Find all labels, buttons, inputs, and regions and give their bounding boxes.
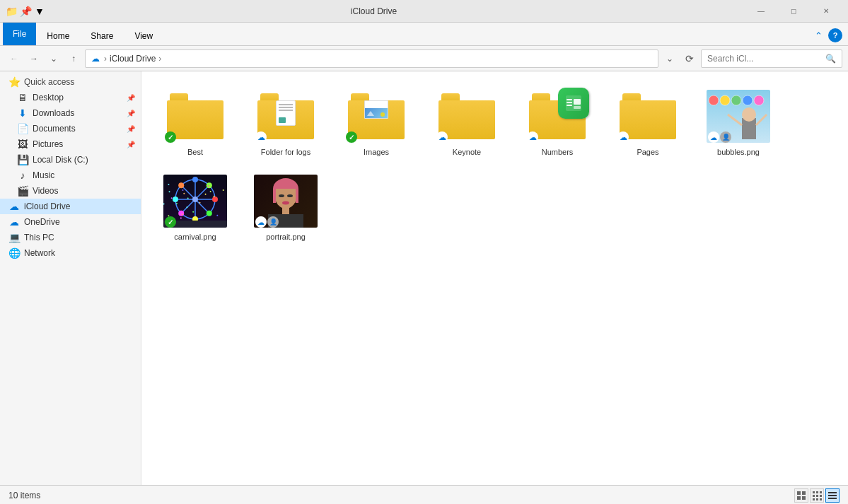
view-btn-details[interactable] (825, 488, 840, 503)
cloud-small-icon: ☁ (529, 133, 537, 142)
file-item-folder-for-logs[interactable]: ☁ Folder for logs (243, 83, 328, 162)
svg-rect-20 (828, 495, 837, 496)
svg-rect-8 (797, 496, 801, 500)
path-arrow2: › (158, 54, 161, 64)
help-button[interactable]: ? (828, 28, 842, 42)
file-item-portrait[interactable]: ☁ 👤 portrait.png (243, 168, 328, 247)
sidebar-item-onedrive[interactable]: ☁ OneDrive (0, 214, 141, 230)
ribbon: File Home Share View ⌃ ? (0, 23, 848, 46)
tab-file[interactable]: File (3, 23, 36, 45)
svg-rect-7 (802, 491, 806, 495)
back-button[interactable]: ← (6, 50, 23, 67)
sidebar-label-quick-access: Quick access (24, 77, 74, 87)
search-input[interactable] (707, 54, 825, 64)
folder-icon-wrapper-numbers: ☁ (525, 88, 589, 144)
sidebar-label-onedrive: OneDrive (24, 217, 60, 227)
forward-button[interactable]: → (25, 50, 42, 67)
view-btn-large-icons[interactable] (794, 488, 808, 503)
icloud-icon: ☁ (8, 201, 20, 212)
svg-rect-3 (567, 105, 572, 106)
minimize-button[interactable]: — (745, 0, 777, 23)
folder-icon-wrapper-pages: ☁ (616, 88, 680, 144)
folder-logs-icon (257, 93, 314, 139)
content-area: ✓ Best (141, 71, 848, 485)
icloud-badge-numbers: ☁ (527, 131, 538, 143)
file-item-pages[interactable]: ☁ Pages (605, 83, 690, 162)
file-grid: ✓ Best (153, 83, 837, 247)
icloud-badge-pages: ☁ (617, 131, 629, 143)
file-item-numbers[interactable]: ☁ Numbers (515, 83, 600, 162)
network-icon: 🌐 (8, 247, 20, 259)
path-cloud-icon: ☁ (91, 54, 100, 64)
path-location: iCloud Drive (110, 54, 156, 64)
tab-home[interactable]: Home (36, 26, 80, 46)
sidebar-label-videos: Videos (33, 186, 58, 196)
folder-keynote-icon (438, 93, 495, 139)
pictures-icon: 🖼 (17, 139, 28, 150)
file-item-bubbles[interactable]: ☁ 👤 bubbles.png (696, 83, 781, 162)
folder-icon-wrapper-images: ✓ (344, 88, 408, 144)
folder-best-icon (167, 93, 223, 139)
file-item-images[interactable]: ✓ Images (334, 83, 419, 162)
folder-numbers-icon (529, 93, 586, 139)
close-button[interactable]: ✕ (810, 0, 842, 23)
up-button[interactable]: ↑ (65, 50, 82, 67)
file-name-carnival: carnival.png (174, 232, 216, 242)
search-box[interactable]: 🔍 (701, 49, 842, 68)
sidebar-label-network: Network (24, 248, 55, 258)
sidebar-item-desktop[interactable]: 🖥 Desktop 📌 (0, 90, 141, 105)
synced-badge-best: ✓ (165, 131, 176, 143)
sidebar-item-pictures[interactable]: 🖼 Pictures 📌 (0, 136, 141, 152)
cloud-small-icon: ☁ (438, 133, 446, 142)
person-badge-portrait: 👤 (267, 216, 279, 228)
sidebar-label-icloud-drive: iCloud Drive (24, 201, 70, 211)
icloud-badge-portrait: ☁ (255, 216, 267, 228)
sidebar-item-music[interactable]: ♪ Music (0, 168, 141, 183)
expand-ribbon-button[interactable]: ⌃ (815, 30, 823, 41)
ribbon-tabs: File Home Share View ⌃ ? (0, 23, 848, 45)
file-item-best[interactable]: ✓ Best (153, 83, 238, 162)
view-btn-small-icons[interactable] (810, 488, 824, 503)
sidebar-item-videos[interactable]: 🎬 Videos (0, 183, 141, 199)
item-count: 10 items (8, 491, 40, 500)
sidebar-item-this-pc[interactable]: 💻 This PC (0, 230, 141, 245)
sidebar-item-documents[interactable]: 📄 Documents 📌 (0, 121, 141, 136)
sidebar-item-network[interactable]: 🌐 Network (0, 245, 141, 261)
sidebar-item-quick-access[interactable]: ⭐ Quick access (0, 74, 141, 90)
refresh-button[interactable]: ⟳ (681, 50, 698, 67)
folder-icon-wrapper-logs: ☁ (254, 88, 318, 144)
tab-share[interactable]: Share (80, 26, 124, 46)
file-item-keynote[interactable]: ☁ Keynote (424, 83, 509, 162)
window-title: iCloud Drive (3, 6, 745, 16)
file-name-bubbles: bubbles.png (717, 147, 760, 157)
address-dropdown-button[interactable]: ⌄ (661, 50, 678, 67)
svg-rect-16 (813, 498, 815, 500)
downloads-icon: ⬇ (17, 107, 28, 119)
tab-view[interactable]: View (124, 26, 163, 46)
dual-badge-bubbles: ☁ 👤 (708, 131, 731, 143)
svg-rect-6 (797, 491, 801, 495)
file-name-keynote: Keynote (453, 147, 481, 157)
thumb-wrapper-portrait: ☁ 👤 (254, 172, 318, 229)
svg-rect-19 (828, 492, 837, 493)
folder-pages-icon (620, 93, 676, 139)
folder-body (438, 100, 495, 139)
disk-icon: 💾 (17, 154, 28, 165)
file-name-best: Best (187, 147, 203, 157)
sidebar-item-local-disk[interactable]: 💾 Local Disk (C:) (0, 152, 141, 168)
svg-rect-5 (574, 106, 581, 109)
sidebar-item-icloud-drive[interactable]: ☁ iCloud Drive (0, 199, 141, 214)
folder-icon-wrapper-keynote: ☁ (435, 88, 499, 144)
file-item-carnival[interactable]: ✓ carnival.png (153, 168, 238, 247)
svg-rect-18 (820, 498, 822, 500)
sidebar-label-local-disk: Local Disk (C:) (33, 155, 88, 165)
svg-rect-21 (828, 498, 837, 499)
cloud-small-icon: ☁ (257, 133, 265, 142)
sidebar-item-downloads[interactable]: ⬇ Downloads 📌 (0, 105, 141, 121)
svg-rect-9 (802, 496, 806, 500)
maximize-button[interactable]: ◻ (777, 0, 810, 23)
person-badge-bubbles: 👤 (720, 131, 731, 143)
onedrive-icon: ☁ (8, 216, 20, 228)
recent-locations-button[interactable]: ⌄ (45, 50, 62, 67)
address-path[interactable]: ☁ › iCloud Drive › (85, 49, 658, 68)
